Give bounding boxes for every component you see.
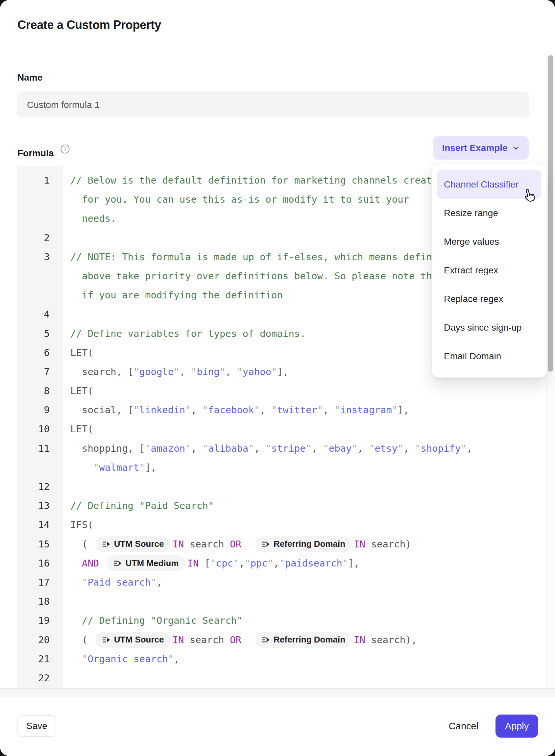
code-token: " xyxy=(461,443,466,454)
line-number: 2 xyxy=(17,228,62,247)
menu-item-replace-regex[interactable]: Replace regex xyxy=(437,285,541,313)
code-token xyxy=(70,653,82,665)
code-token: ( xyxy=(70,634,93,645)
code-token: ], xyxy=(145,462,157,473)
apply-button[interactable]: Apply xyxy=(496,715,538,738)
code-token: " xyxy=(342,558,348,569)
code-token: " xyxy=(415,443,421,454)
code-token: " xyxy=(168,653,174,665)
code-row: IFS( xyxy=(70,515,529,534)
line-number: 19 xyxy=(17,611,62,630)
code-token: , xyxy=(254,443,266,454)
code-token: , xyxy=(191,404,203,415)
property-icon xyxy=(114,559,122,567)
line-number: 17 xyxy=(17,573,62,592)
code-token: OR xyxy=(230,634,241,645)
code-token: " xyxy=(279,558,285,569)
property-chip[interactable]: UTM Medium xyxy=(107,555,185,571)
insert-example-button[interactable]: Insert Example xyxy=(433,136,529,160)
code-token: " xyxy=(306,443,311,454)
code-token: " xyxy=(82,577,87,588)
menu-item-merge-values[interactable]: Merge values xyxy=(437,227,541,256)
property-icon xyxy=(261,540,270,548)
line-number: 12 xyxy=(17,477,62,496)
code-token: , xyxy=(403,443,415,454)
code-token: " xyxy=(93,462,99,473)
code-token: ], xyxy=(397,404,409,415)
property-chip[interactable]: Referring Domain xyxy=(255,536,352,552)
line-number xyxy=(17,209,62,228)
code-token xyxy=(70,558,82,569)
line-number: 16 xyxy=(17,554,62,573)
code-token: " xyxy=(271,366,277,377)
cancel-button[interactable]: Cancel xyxy=(440,715,486,737)
name-input[interactable]: Custom formula 1 xyxy=(17,92,529,117)
code-token: ( xyxy=(70,539,93,550)
property-chip[interactable]: UTM Source xyxy=(95,632,171,648)
code-token: IN xyxy=(354,539,365,550)
line-number: 14 xyxy=(17,515,62,534)
code-token: , xyxy=(311,443,323,454)
code-token: // Define variables for types of domains… xyxy=(70,328,306,339)
code-token: " xyxy=(210,558,216,569)
code-token: google xyxy=(139,366,174,377)
code-token: LET( xyxy=(70,385,93,396)
line-number: 21 xyxy=(17,649,62,669)
menu-item-extract-regex[interactable]: Extract regex xyxy=(437,256,541,285)
menu-item-email-domain[interactable]: Email Domain xyxy=(437,342,541,370)
code-token: paidsearch xyxy=(285,558,342,569)
scrollbar-thumb[interactable] xyxy=(548,55,553,372)
info-icon[interactable] xyxy=(60,144,70,154)
line-number: 8 xyxy=(17,381,62,400)
code-token: , xyxy=(467,443,472,454)
code-row xyxy=(70,592,529,611)
code-row xyxy=(70,669,529,687)
code-token: " xyxy=(369,443,375,454)
code-token: " xyxy=(233,558,239,569)
code-token: " xyxy=(185,404,191,415)
property-chip[interactable]: Referring Domain xyxy=(255,632,352,648)
code-token: ebay xyxy=(329,443,352,454)
line-number xyxy=(17,285,62,305)
line-number: 9 xyxy=(17,400,62,420)
code-token: " xyxy=(174,366,179,377)
code-token: " xyxy=(133,366,139,377)
code-token: shopify xyxy=(421,443,461,454)
menu-item-days-since-sign-up[interactable]: Days since sign-up xyxy=(437,313,541,342)
code-token: " xyxy=(203,443,208,454)
code-token: IN xyxy=(173,539,184,550)
code-token: linkedin xyxy=(139,404,185,415)
code-token: IN xyxy=(187,558,199,569)
code-token: walmart xyxy=(99,462,139,473)
name-label: Name xyxy=(17,72,42,83)
footer-divider xyxy=(0,688,555,698)
code-token: Paid search xyxy=(87,577,151,588)
code-row: // Defining "Paid Search" xyxy=(70,496,529,515)
chevron-down-icon xyxy=(512,145,519,152)
scrollbar-track[interactable] xyxy=(546,53,555,688)
save-button[interactable]: Save xyxy=(17,715,56,737)
code-row: LET( xyxy=(70,420,529,439)
property-chip[interactable]: UTM Source xyxy=(95,536,171,552)
line-number: 5 xyxy=(17,324,62,343)
code-token: , xyxy=(357,443,369,454)
line-number xyxy=(17,267,62,285)
line-number: 20 xyxy=(17,630,62,649)
code-token: " xyxy=(151,577,156,588)
code-token: shopping, [ xyxy=(70,443,145,454)
code-token: IN xyxy=(173,634,184,645)
code-token: IFS( xyxy=(70,519,93,530)
line-number xyxy=(17,458,62,477)
line-number: 3 xyxy=(17,247,62,267)
code-token: " xyxy=(317,404,323,415)
code-token: , xyxy=(260,404,271,415)
code-token: " xyxy=(397,443,403,454)
code-token: facebook xyxy=(208,404,254,415)
code-token xyxy=(70,577,82,588)
property-chip-label: UTM Source xyxy=(114,630,164,649)
code-token: , xyxy=(225,366,237,377)
name-input-value: Custom formula 1 xyxy=(27,100,100,110)
code-token: " xyxy=(237,366,242,377)
line-number: 10 xyxy=(17,420,62,439)
code-token: , xyxy=(323,404,334,415)
